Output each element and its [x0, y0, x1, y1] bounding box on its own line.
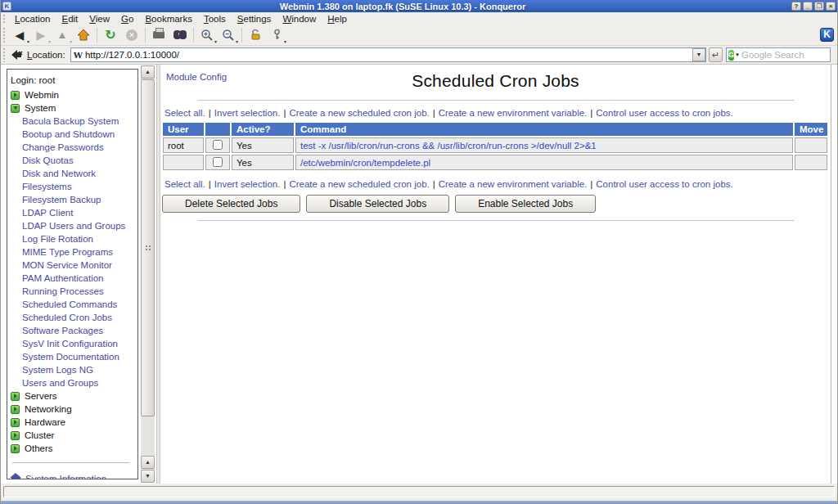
zoom-in-icon[interactable]: ▾: [197, 26, 217, 44]
row-checkbox[interactable]: [213, 140, 223, 150]
sidebar-category-servers[interactable]: Servers: [11, 389, 134, 403]
action-link-create-a-new-scheduled-cron-job[interactable]: Create a new scheduled cron job.: [289, 108, 429, 118]
find-icon[interactable]: [170, 26, 190, 44]
action-link-create-a-new-environment-variable[interactable]: Create a new environment variable.: [439, 179, 588, 189]
maximize-button[interactable]: ❐: [814, 2, 824, 11]
category-label: Webmin: [25, 88, 59, 101]
scrollbar-thumb[interactable]: [141, 79, 155, 416]
delete-selected-jobs-button[interactable]: Delete Selected Jobs: [162, 195, 300, 213]
action-link-select-all[interactable]: Select all.: [164, 108, 205, 118]
locationbar-grip-handle[interactable]: [2, 47, 7, 62]
action-link-create-a-new-environment-variable[interactable]: Create a new environment variable.: [439, 108, 588, 118]
stop-icon[interactable]: ✕: [122, 26, 142, 44]
menu-view[interactable]: View: [83, 14, 115, 24]
location-input[interactable]: [85, 50, 692, 60]
sidebar-item-users-and-groups[interactable]: Users and Groups: [22, 376, 134, 389]
action-separator: |: [283, 179, 286, 189]
forward-icon[interactable]: ▶▾: [31, 26, 51, 44]
titlebar[interactable]: K Webmin 1.380 on laptop.fk (SuSE Linux …: [1, 0, 837, 12]
lock-icon[interactable]: [246, 26, 265, 44]
reload-icon[interactable]: ↻: [101, 26, 120, 44]
print-icon[interactable]: [149, 26, 169, 44]
sidebar-item-software-packages[interactable]: Software Packages: [22, 324, 134, 337]
module-list: Bacula Backup SystemBootup and ShutdownC…: [11, 115, 134, 389]
sidebar-item-pam-authentication[interactable]: PAM Authentication: [22, 272, 134, 285]
action-link-invert-selection[interactable]: Invert selection.: [214, 179, 281, 189]
sidebar-scrollbar[interactable]: ▲ ▲ ▼: [141, 65, 155, 483]
sidebar-item-bacula-backup-system[interactable]: Bacula Backup System: [22, 115, 134, 128]
location-dropdown-arrow[interactable]: ▼: [692, 48, 705, 61]
sidebar-item-ldap-client[interactable]: LDAP Client: [22, 206, 134, 219]
action-separator: |: [209, 108, 211, 118]
sidebar-category-networking[interactable]: Networking: [11, 403, 134, 416]
menu-window[interactable]: Window: [277, 14, 322, 24]
action-link-select-all[interactable]: Select all.: [164, 179, 205, 189]
web-search-input[interactable]: [741, 50, 838, 60]
home-icon[interactable]: [74, 26, 93, 44]
sidebar-item-disk-and-network-filesystems[interactable]: Disk and Network Filesystems: [22, 167, 134, 193]
sidebar-category-cluster[interactable]: Cluster: [11, 429, 134, 442]
close-button[interactable]: ×: [826, 2, 836, 11]
sidebar-category-others[interactable]: Others: [11, 442, 134, 455]
menu-tools[interactable]: Tools: [198, 14, 232, 24]
action-link-control-user-access-to-cron-jobs[interactable]: Control user access to cron jobs.: [596, 179, 732, 189]
action-separator: |: [209, 179, 211, 189]
scroll-up-button-bottom[interactable]: ▲: [141, 456, 155, 469]
sidebar-item-sysv-init-configuration[interactable]: SysV Init Configuration: [22, 337, 134, 350]
sidebar-item-ldap-users-and-groups[interactable]: LDAP Users and Groups: [22, 219, 134, 232]
sidebar-category-hardware[interactable]: Hardware: [11, 416, 134, 429]
sidebar-item-mime-type-programs[interactable]: MIME Type Programs: [22, 245, 134, 259]
sidebar-item-system-documentation[interactable]: System Documentation: [22, 350, 134, 363]
back-icon[interactable]: ◀▾: [10, 26, 29, 44]
action-link-invert-selection[interactable]: Invert selection.: [214, 108, 281, 118]
sidebar-item-mon-service-monitor[interactable]: MON Service Monitor: [22, 259, 134, 272]
menu-go[interactable]: Go: [115, 14, 139, 24]
sidebar-category-webmin[interactable]: Webmin: [11, 88, 134, 101]
command-link[interactable]: test -x /usr/lib/cron/run-crons && /usr/…: [300, 141, 597, 151]
action-link-control-user-access-to-cron-jobs[interactable]: Control user access to cron jobs.: [596, 108, 732, 118]
status-message-field: [3, 486, 835, 497]
row-checkbox[interactable]: [213, 157, 223, 167]
menu-location[interactable]: Location: [9, 14, 56, 24]
sidebar-item-scheduled-cron-jobs[interactable]: Scheduled Cron Jobs: [22, 311, 134, 324]
menu-settings[interactable]: Settings: [232, 14, 277, 24]
sidebar-item-change-passwords[interactable]: Change Passwords: [22, 141, 134, 154]
clear-location-icon[interactable]: [11, 49, 24, 61]
menu-edit[interactable]: Edit: [56, 14, 84, 24]
enable-selected-jobs-button[interactable]: Enable Selected Jobs: [455, 195, 596, 213]
sidebar-item-running-processes[interactable]: Running Processes: [22, 285, 134, 298]
go-button[interactable]: ↵: [709, 47, 723, 62]
sidebar-item-scheduled-commands[interactable]: Scheduled Commands: [22, 298, 134, 311]
home-icon: [11, 475, 21, 480]
menubar-grip-handle[interactable]: [2, 14, 7, 24]
status-bar: [1, 484, 837, 501]
webmin-sidebar-frame: Login: root WebminSystemBacula Backup Sy…: [1, 65, 156, 484]
menu-help[interactable]: Help: [322, 14, 353, 24]
scroll-down-button[interactable]: ▼: [141, 470, 155, 483]
key-icon[interactable]: ▾: [267, 26, 286, 44]
action-link-create-a-new-scheduled-cron-job[interactable]: Create a new scheduled cron job.: [289, 179, 429, 189]
category-label: Others: [25, 442, 53, 455]
sidebar-item-filesystem-backup[interactable]: Filesystem Backup: [22, 193, 134, 206]
module-config-link[interactable]: Module Config: [166, 72, 227, 82]
help-button[interactable]: ?: [791, 2, 801, 11]
table-actions-top: Select all.|Invert selection.|Create a n…: [164, 108, 831, 118]
sidebar-category-system[interactable]: System: [11, 101, 134, 115]
google-search-icon[interactable]: G: [728, 50, 734, 61]
up-icon[interactable]: ▲▾: [52, 26, 72, 44]
sidebar-item-system-logs-ng[interactable]: System Logs NG: [22, 363, 134, 376]
search-engine-dropdown-icon[interactable]: ▼: [735, 52, 740, 57]
table-row: rootYestest -x /usr/lib/cron/run-crons &…: [163, 137, 827, 153]
zoom-out-icon[interactable]: ▾: [219, 26, 238, 44]
disable-selected-jobs-button[interactable]: Disable Selected Jobs: [306, 195, 449, 213]
category-label: Networking: [25, 403, 72, 416]
minimize-button[interactable]: _: [803, 2, 813, 11]
scroll-up-button[interactable]: ▲: [141, 65, 155, 79]
command-link[interactable]: /etc/webmin/cron/tempdelete.pl: [300, 158, 430, 168]
sidebar-item-disk-quotas[interactable]: Disk Quotas: [22, 154, 134, 167]
sidebar-item-bootup-and-shutdown[interactable]: Bootup and Shutdown: [22, 128, 134, 141]
menu-bookmarks[interactable]: Bookmarks: [139, 14, 198, 24]
sidebar-item-log-file-rotation[interactable]: Log File Rotation: [22, 232, 134, 245]
sidebar-item-system-information[interactable]: System Information: [11, 472, 134, 479]
toolbar-grip-handle[interactable]: [2, 27, 7, 43]
